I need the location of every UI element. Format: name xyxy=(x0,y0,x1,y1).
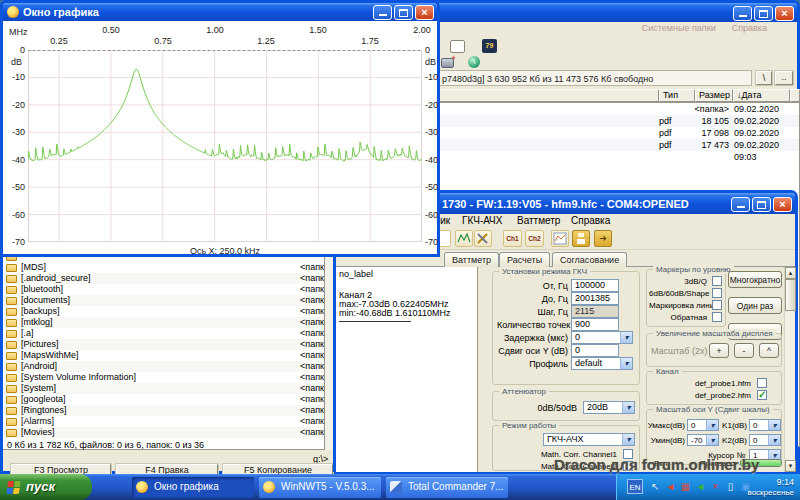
network-icon[interactable]: ▣ xyxy=(739,480,752,493)
zoom-in-button[interactable]: + xyxy=(709,343,729,358)
menu-help[interactable]: Справка xyxy=(571,215,610,226)
scrollbar[interactable]: ▲ ▼ xyxy=(784,267,795,472)
tab-calculations[interactable]: Расчеты xyxy=(499,252,550,267)
menu-help[interactable]: Справка xyxy=(732,23,767,37)
maximize-button[interactable] xyxy=(394,5,413,20)
sweep-once-button[interactable]: Один раз xyxy=(728,297,782,314)
marker-3db-checkbox[interactable] xyxy=(712,276,722,286)
folder-row[interactable]: [Pictures]<папка> xyxy=(4,339,324,350)
panel-layout-icon[interactable] xyxy=(450,40,465,53)
task-total-commander[interactable]: Total Commander 7... xyxy=(386,477,508,498)
column-header-date[interactable]: ↓Дата xyxy=(733,89,790,102)
y-shift-input[interactable]: 0 xyxy=(571,344,619,357)
sweep-continuous-button[interactable]: Многократно xyxy=(728,271,782,288)
folder-row[interactable]: [bluetooth]<папка> xyxy=(4,284,324,295)
x-unit-label: MHz xyxy=(9,27,28,37)
folder-row[interactable]: [googleota]<папка> xyxy=(4,394,324,405)
mode-combo[interactable]: ГКЧ-АЧХ xyxy=(543,433,635,446)
disconnect-icon[interactable]: × xyxy=(709,480,722,493)
maximize-button[interactable] xyxy=(752,197,771,212)
channel1-button[interactable]: Ch1 xyxy=(503,230,522,247)
folder-row[interactable]: [MapsWithMe]<папка> xyxy=(4,350,324,361)
close-icon[interactable] xyxy=(773,197,792,212)
probe2-checkbox[interactable] xyxy=(757,390,767,400)
export-icon[interactable]: ➔ xyxy=(594,230,612,247)
folder-row[interactable]: [MDS]<папка> xyxy=(4,262,324,273)
root-button[interactable]: \ xyxy=(756,71,772,85)
tab-wattmeter[interactable]: Ваттметр xyxy=(444,252,499,267)
folder-row[interactable]: [Movies]<папка> xyxy=(4,427,324,438)
attenuator-combo[interactable]: 20dB xyxy=(583,401,635,414)
chevron-down-icon[interactable] xyxy=(706,419,719,431)
calendar-icon[interactable]: 79 xyxy=(482,39,497,53)
close-icon[interactable] xyxy=(775,6,794,21)
restore-button[interactable] xyxy=(754,6,773,21)
folder-row[interactable]: [.a]<папка> xyxy=(4,328,324,339)
muted-speaker-icon[interactable]: ◄ xyxy=(664,480,677,493)
column-header-type[interactable]: Тип xyxy=(659,89,695,102)
column-header-size[interactable]: Размер xyxy=(695,89,733,102)
graph-window[interactable]: Окно графика Ось X: 250.0 kHz MHz0.250.5… xyxy=(0,0,440,257)
scroll-up-icon[interactable]: ▲ xyxy=(785,267,796,279)
folder-row[interactable]: [System Volume Information]<папка> xyxy=(4,372,324,383)
minimize-button[interactable] xyxy=(731,197,750,212)
delay-combo[interactable]: 0 xyxy=(571,331,633,344)
graph-titlebar[interactable]: Окно графика xyxy=(3,3,437,21)
folder-row[interactable]: [documents]<папка> xyxy=(4,295,324,306)
marker-inverse-checkbox[interactable] xyxy=(712,312,722,322)
graph-window-icon[interactable] xyxy=(551,230,569,247)
k1-combo[interactable]: 0 xyxy=(749,419,781,431)
chevron-down-icon[interactable] xyxy=(768,419,781,431)
chevron-down-icon[interactable] xyxy=(706,434,719,446)
tab-matching[interactable]: Согласование xyxy=(552,252,627,267)
start-button[interactable]: пуск xyxy=(0,474,92,500)
scroll-down-icon[interactable]: ▼ xyxy=(785,460,796,472)
channel2-button[interactable]: Ch2 xyxy=(525,230,544,247)
folder-row[interactable]: [mtklog]<папка> xyxy=(4,317,324,328)
monitor-icon[interactable]: ▦ xyxy=(679,480,692,493)
save-icon[interactable] xyxy=(572,230,590,247)
zoom-reset-button[interactable]: ^ xyxy=(759,343,779,358)
chevron-down-icon[interactable] xyxy=(620,357,633,370)
folder-row[interactable]: [Alarms]<папка> xyxy=(4,416,324,427)
folder-row[interactable]: [.android_secure]<папка> xyxy=(4,273,324,284)
header-options-button[interactable] xyxy=(790,89,800,102)
menu-sweep[interactable]: ГКЧ-АЧХ xyxy=(462,215,502,226)
ymin-combo[interactable]: -70 xyxy=(687,434,719,446)
close-icon[interactable] xyxy=(415,5,434,20)
mouse-icon[interactable]: ▯ xyxy=(724,480,737,493)
speaker-icon[interactable]: ◄ xyxy=(694,480,707,493)
menu-system-folders[interactable]: Системные папки xyxy=(642,23,716,37)
parent-dir-button[interactable]: .. xyxy=(775,71,793,85)
to-hz-input[interactable]: 2001385 xyxy=(571,292,619,305)
points-input[interactable]: 900 xyxy=(571,318,619,331)
scrollbar-thumb[interactable] xyxy=(785,279,796,311)
from-hz-input[interactable]: 100000 xyxy=(571,279,619,292)
probe1-checkbox[interactable] xyxy=(757,378,767,388)
marker-6db-checkbox[interactable] xyxy=(712,288,722,298)
folder-row[interactable]: [backups]<папка> xyxy=(4,306,324,317)
pointer-icon[interactable]: ↖ xyxy=(649,480,662,493)
folder-icon xyxy=(6,374,17,382)
k2-combo[interactable]: 0 xyxy=(749,434,781,446)
chart-icon[interactable] xyxy=(455,230,473,247)
language-indicator[interactable]: EN xyxy=(627,479,643,494)
folder-row[interactable]: [Android]<папка> xyxy=(4,361,324,372)
tools-icon[interactable] xyxy=(474,230,492,247)
zoom-out-button[interactable]: - xyxy=(734,343,754,358)
chevron-down-icon[interactable] xyxy=(768,434,781,446)
minimize-button[interactable] xyxy=(373,5,392,20)
task-graph-window[interactable]: Окно графика xyxy=(132,477,254,498)
chevron-down-icon[interactable] xyxy=(622,433,635,446)
marker-lines-checkbox[interactable] xyxy=(712,300,722,310)
drive-orb-icon[interactable]: \ xyxy=(468,56,480,68)
chevron-down-icon[interactable] xyxy=(622,401,635,414)
profile-combo[interactable]: default xyxy=(571,357,633,370)
folder-row[interactable]: [Ringtones]<папка> xyxy=(4,405,324,416)
ymax-combo[interactable]: 0 xyxy=(687,419,719,431)
menu-wattmeter[interactable]: Ваттметр xyxy=(517,215,560,226)
minimize-button[interactable] xyxy=(733,6,752,21)
task-winnwt[interactable]: WinNWT5 - V.5.0.3... xyxy=(259,477,381,498)
chevron-down-icon[interactable] xyxy=(620,331,633,344)
folder-row[interactable]: [System]<папка> xyxy=(4,383,324,394)
